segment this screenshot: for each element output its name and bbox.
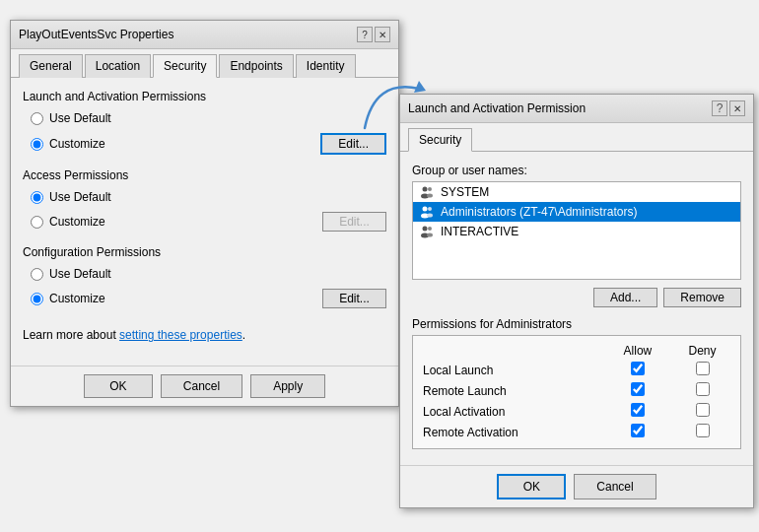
col-deny: Deny (670, 342, 734, 360)
access-radio-group: Use Default Customize Edit... (31, 190, 386, 232)
permissions-table: Allow Deny Local Launch Remote Launch (419, 342, 734, 442)
col-permission (419, 342, 605, 360)
deny-checkbox[interactable] (696, 424, 710, 437)
launch-use-default-label: Use Default (49, 111, 111, 125)
access-use-default-radio[interactable] (31, 191, 43, 204)
tab-security[interactable]: Security (153, 54, 217, 78)
user-name: INTERACTIVE (441, 225, 518, 238)
config-radio-group: Use Default Customize Edit... (31, 267, 386, 308)
properties-dialog-titlebar: PlayOutEventsSvc Properties ? ✕ (11, 21, 398, 49)
help-button[interactable]: ? (357, 27, 373, 42)
svg-point-11 (428, 227, 432, 231)
permission-tab-bar: Security (400, 123, 753, 152)
user-group-icon (419, 224, 435, 239)
allow-checkbox[interactable] (631, 403, 645, 417)
config-edit-button[interactable]: Edit... (322, 289, 386, 308)
user-group-icon (419, 184, 435, 200)
perm-name: Remote Activation (419, 422, 605, 442)
table-row: Remote Activation (419, 422, 734, 442)
add-button[interactable]: Add... (593, 288, 657, 307)
config-use-default-radio[interactable] (31, 268, 43, 281)
perm-name: Remote Launch (419, 380, 605, 401)
list-item[interactable]: INTERACTIVE (413, 222, 740, 241)
list-item[interactable]: Administrators (ZT-47\Administrators) (413, 202, 740, 222)
perm-allow (605, 360, 670, 380)
allow-checkbox[interactable] (631, 362, 645, 375)
close-button[interactable]: ✕ (375, 27, 390, 42)
svg-point-4 (427, 194, 433, 198)
access-edit-button[interactable]: Edit... (322, 212, 386, 232)
permission-dialog: Launch and Activation Permission ? ✕ Sec… (399, 94, 754, 508)
svg-point-3 (428, 187, 432, 191)
permission-dialog-title: Launch and Activation Permission (408, 101, 586, 115)
access-permissions-header: Access Permissions (23, 168, 386, 182)
list-item[interactable]: SYSTEM (413, 182, 740, 202)
perm-name: Local Activation (419, 401, 605, 422)
col-allow: Allow (605, 342, 670, 360)
config-use-default-label: Use Default (49, 267, 111, 281)
allow-checkbox[interactable] (631, 424, 645, 437)
properties-ok-button[interactable]: OK (84, 374, 153, 398)
svg-point-5 (423, 207, 428, 212)
properties-dialog-title: PlayOutEventsSvc Properties (19, 28, 173, 41)
properties-apply-button[interactable]: Apply (250, 374, 325, 398)
permissions-section: Allow Deny Local Launch Remote Launch (412, 335, 741, 449)
access-customize-radio[interactable] (31, 216, 43, 229)
access-use-default-row: Use Default (31, 190, 386, 204)
properties-dialog-content: Launch and Activation Permissions Use De… (11, 78, 398, 362)
launch-activation-section: Launch and Activation Permissions Use De… (23, 90, 386, 155)
tab-general[interactable]: General (19, 54, 83, 78)
access-customize-label: Customize (49, 215, 105, 229)
access-customize-row: Customize Edit... (31, 212, 386, 232)
table-row: Local Launch (419, 360, 734, 380)
deny-checkbox[interactable] (696, 362, 710, 375)
deny-checkbox[interactable] (696, 403, 710, 417)
permission-tab-security[interactable]: Security (408, 128, 472, 152)
svg-point-8 (427, 214, 433, 218)
config-permissions-header: Configuration Permissions (23, 245, 386, 259)
access-use-default-label: Use Default (49, 190, 111, 204)
access-customize-radio-row: Customize (31, 215, 105, 229)
perm-deny (670, 380, 734, 401)
launch-edit-button[interactable]: Edit... (320, 133, 386, 155)
properties-cancel-button[interactable]: Cancel (161, 374, 242, 398)
tab-location[interactable]: Location (85, 54, 151, 78)
launch-customize-radio[interactable] (31, 138, 43, 151)
perm-allow (605, 401, 670, 422)
user-name: Administrators (ZT-47\Administrators) (441, 205, 637, 219)
allow-checkbox[interactable] (631, 382, 645, 396)
permission-ok-button[interactable]: OK (497, 474, 566, 499)
svg-point-1 (423, 187, 428, 192)
tab-identity[interactable]: Identity (296, 54, 356, 78)
perm-deny (670, 401, 734, 422)
launch-customize-radio-row: Customize (31, 137, 105, 151)
properties-dialog: PlayOutEventsSvc Properties ? ✕ General … (10, 20, 399, 407)
permission-cancel-button[interactable]: Cancel (574, 474, 656, 499)
launch-activation-header: Launch and Activation Permissions (23, 90, 386, 103)
tab-endpoints[interactable]: Endpoints (219, 54, 293, 78)
properties-dialog-buttons: OK Cancel Apply (11, 366, 398, 406)
setting-these-properties-link[interactable]: setting these properties (119, 328, 242, 342)
launch-use-default-row: Use Default (31, 111, 386, 125)
title-buttons: ? ✕ (357, 27, 390, 42)
user-group-icon (419, 204, 435, 220)
deny-checkbox[interactable] (696, 382, 710, 396)
launch-use-default-radio[interactable] (31, 112, 43, 125)
svg-point-9 (423, 227, 428, 232)
user-list[interactable]: SYSTEM Administrators (ZT-47\Administrat… (412, 181, 741, 280)
config-customize-radio[interactable] (31, 293, 43, 305)
access-permissions-section: Access Permissions Use Default Customize… (23, 168, 386, 232)
table-row: Remote Launch (419, 380, 734, 401)
config-customize-row: Customize Edit... (31, 289, 386, 308)
launch-customize-row: Customize Edit... (31, 133, 386, 155)
remove-button[interactable]: Remove (663, 288, 741, 307)
permission-close-button[interactable]: ✕ (729, 100, 745, 116)
permission-dialog-titlebar: Launch and Activation Permission ? ✕ (400, 95, 753, 123)
config-customize-radio-row: Customize (31, 292, 105, 305)
permission-dialog-content: Group or user names: SYSTEM (400, 152, 753, 461)
add-remove-buttons: Add... Remove (412, 288, 741, 307)
permission-help-button[interactable]: ? (712, 100, 727, 116)
svg-marker-0 (414, 81, 426, 93)
permission-title-buttons: ? ✕ (712, 100, 745, 116)
config-customize-label: Customize (49, 292, 105, 305)
